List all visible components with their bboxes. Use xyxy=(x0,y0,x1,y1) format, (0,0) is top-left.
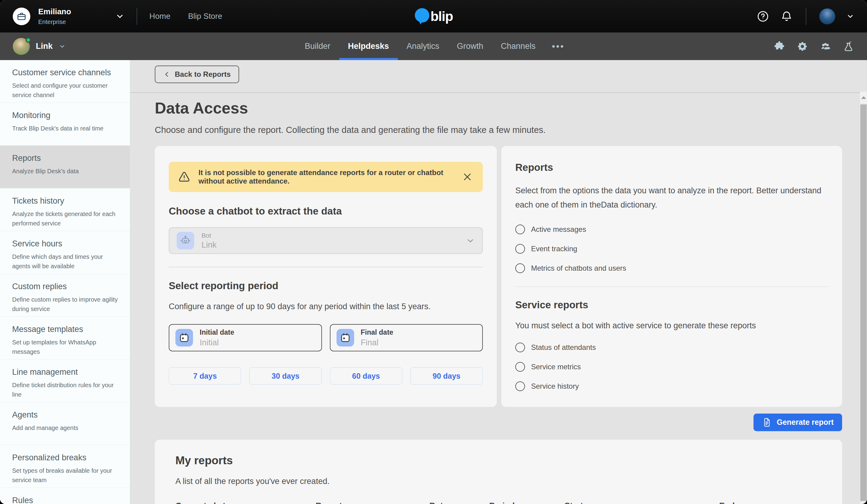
scroll-up-arrow[interactable] xyxy=(860,92,867,103)
period-description: Configure a range of up to 90 days for a… xyxy=(169,302,483,311)
bot-select-value: Link xyxy=(202,240,217,250)
sidebar-item-message-templates[interactable]: Message templates Set up templates for W… xyxy=(0,317,130,360)
page-subtitle: Choose and configure the report. Collect… xyxy=(155,125,842,135)
chevron-down-icon xyxy=(466,236,475,245)
sidebar-item-tickets-history[interactable]: Tickets history Analyze the tickets gene… xyxy=(0,189,130,231)
initial-date-label: Initial date xyxy=(200,328,234,336)
home-link[interactable]: Home xyxy=(149,12,170,21)
range-60-days-button[interactable]: 60 days xyxy=(330,367,403,385)
sidebar-item-custom-replies[interactable]: Custom replies Define custom replies to … xyxy=(0,274,130,317)
calendar-icon xyxy=(336,329,354,346)
quick-range-buttons: 7 days 30 days 60 days 90 days xyxy=(169,367,483,385)
reports-description: Select from the options the data you wan… xyxy=(515,184,828,212)
range-90-days-button[interactable]: 90 days xyxy=(410,367,483,385)
integrations-icon[interactable] xyxy=(773,41,785,52)
document-icon xyxy=(762,418,772,427)
topbar-divider xyxy=(137,8,137,25)
back-to-reports-button[interactable]: Back to Reports xyxy=(155,66,239,83)
radio-icon xyxy=(515,264,525,273)
radio-metrics-chatbots-users[interactable]: Metrics of chatbots and users xyxy=(515,264,828,273)
org-avatar xyxy=(13,8,30,25)
tab-growth[interactable]: Growth xyxy=(448,32,492,60)
calendar-icon xyxy=(175,329,193,346)
service-reports-description: You must select a bot with active servic… xyxy=(515,321,828,330)
radio-service-metrics[interactable]: Service metrics xyxy=(515,362,828,372)
module-tabs: Builder Helpdesks Analytics Growth Chann… xyxy=(296,32,571,60)
range-7-days-button[interactable]: 7 days xyxy=(169,367,241,385)
chevron-down-icon[interactable] xyxy=(846,12,854,20)
sidebar-item-agents[interactable]: Agents Add and manage agents xyxy=(0,403,130,445)
robot-icon xyxy=(176,232,194,249)
initial-date-placeholder: Initial xyxy=(200,338,234,347)
sidebar-item-reports[interactable]: Reports Analyze Blip Desk's data xyxy=(0,146,130,189)
sidebar-item-line-management[interactable]: Line management Define ticket distributi… xyxy=(0,360,130,403)
blip-logo: blip xyxy=(414,8,453,25)
page-header: Back to Reports xyxy=(130,60,867,93)
bell-icon xyxy=(781,10,793,22)
my-reports-description: A list of all the reports you've ever cr… xyxy=(175,477,822,486)
org-plan: Enterprise xyxy=(38,19,71,25)
sidebar-item-monitoring[interactable]: Monitoring Track Blip Desk's data in rea… xyxy=(0,103,130,146)
sidebar-item-rules[interactable]: Rules xyxy=(0,488,130,504)
vertical-scrollbar[interactable] xyxy=(860,92,867,504)
reports-table: Generated at Report Bot Period Start End… xyxy=(175,501,822,504)
radio-icon xyxy=(515,343,525,352)
scrollbar-thumb[interactable] xyxy=(860,104,867,501)
sidebar-item-service-hours[interactable]: Service hours Define which days and time… xyxy=(0,231,130,274)
settings-sidebar: Customer service channels Select and con… xyxy=(0,60,130,504)
sidebar-item-personalized-breaks[interactable]: Personalized breaks Set types of breaks … xyxy=(0,445,130,488)
team-icon[interactable] xyxy=(820,41,831,52)
report-config-card: It is not possible to generate attendanc… xyxy=(155,146,497,407)
generate-report-button[interactable]: Generate report xyxy=(753,414,842,431)
main-content: Back to Reports Data Access Choose and c… xyxy=(130,60,867,504)
table-header: Generated at Report Bot Period Start End xyxy=(175,501,822,504)
close-icon[interactable] xyxy=(461,171,474,183)
divider xyxy=(169,267,483,267)
bot-switcher[interactable]: Link xyxy=(13,38,66,55)
topbar-actions xyxy=(757,8,854,25)
sidebar-item-customer-service-channels[interactable]: Customer service channels Select and con… xyxy=(0,60,130,103)
bot-select-label: Bot xyxy=(202,232,217,239)
topbar-links: Home Blip Store xyxy=(149,12,222,21)
bot-toolbar xyxy=(773,41,854,52)
app-window: Emiliano Enterprise Home Blip Store blip xyxy=(0,0,867,504)
radio-event-tracking[interactable]: Event tracking xyxy=(515,244,828,254)
range-30-days-button[interactable]: 30 days xyxy=(249,367,322,385)
bot-nav-bar: Link Builder Helpdesks Analytics Growth … xyxy=(0,32,867,60)
chevron-left-icon xyxy=(163,71,171,78)
radio-service-history[interactable]: Service history xyxy=(515,382,828,391)
briefcase-icon xyxy=(17,12,26,21)
chevron-down-icon xyxy=(59,43,66,50)
tab-builder[interactable]: Builder xyxy=(296,32,339,60)
tab-channels[interactable]: Channels xyxy=(492,32,544,60)
final-date-input[interactable]: Final date Final xyxy=(330,324,483,351)
report-types-card: Reports Select from the options the data… xyxy=(501,146,842,407)
divider xyxy=(515,287,828,287)
org-switcher[interactable]: Emiliano Enterprise xyxy=(13,7,125,25)
period-section-title: Select reporting period xyxy=(169,280,483,292)
final-date-label: Final date xyxy=(361,328,393,336)
chevron-down-icon[interactable] xyxy=(115,12,125,21)
tab-helpdesks[interactable]: Helpdesks xyxy=(339,32,397,60)
bot-select[interactable]: Bot Link xyxy=(169,227,483,254)
help-button[interactable] xyxy=(757,10,769,23)
radio-icon xyxy=(515,244,525,254)
gear-icon[interactable] xyxy=(796,41,808,52)
warning-text: It is not possible to generate attendanc… xyxy=(199,169,453,185)
online-status-dot xyxy=(25,37,31,43)
initial-date-input[interactable]: Initial date Initial xyxy=(169,324,322,351)
final-date-placeholder: Final xyxy=(361,338,393,347)
my-reports-card: My reports A list of all the reports you… xyxy=(155,440,842,504)
chatbot-section-title: Choose a chatbot to extract the data xyxy=(169,205,483,217)
user-avatar[interactable] xyxy=(819,8,835,24)
notifications-button[interactable] xyxy=(780,10,793,23)
warning-icon xyxy=(178,171,191,183)
flask-icon[interactable] xyxy=(843,41,854,52)
radio-active-messages[interactable]: Active messages xyxy=(515,225,828,234)
more-tabs-icon[interactable] xyxy=(544,32,571,60)
radio-status-of-attendants[interactable]: Status of attendants xyxy=(515,343,828,352)
blip-store-link[interactable]: Blip Store xyxy=(188,12,223,21)
radio-icon xyxy=(515,382,525,391)
top-bar: Emiliano Enterprise Home Blip Store blip xyxy=(0,0,867,32)
tab-analytics[interactable]: Analytics xyxy=(397,32,448,60)
